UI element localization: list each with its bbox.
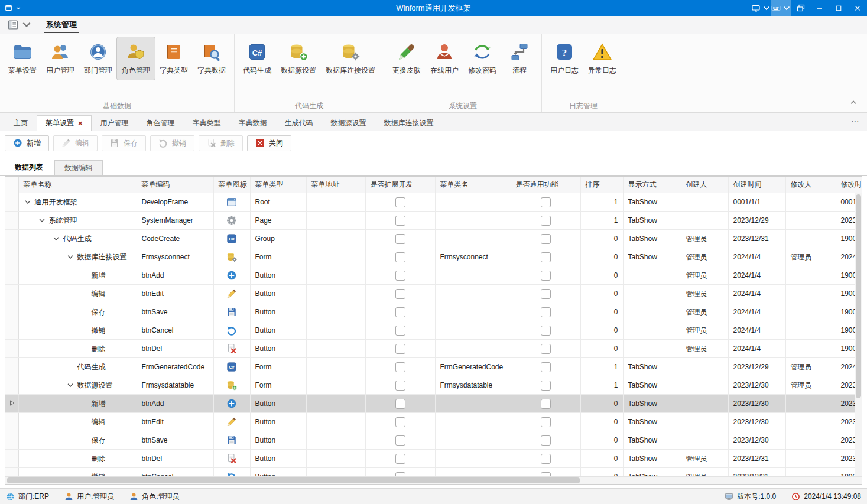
checkbox[interactable] bbox=[395, 234, 405, 244]
vertical-scrollbar[interactable] bbox=[855, 193, 862, 476]
column-header[interactable]: 显示方式 bbox=[623, 177, 681, 193]
column-header[interactable]: 菜单名称 bbox=[18, 177, 137, 193]
checkbox[interactable] bbox=[395, 454, 405, 464]
column-header[interactable]: 修改时间 bbox=[836, 177, 862, 193]
app-icon[interactable] bbox=[5, 4, 12, 12]
checkbox[interactable] bbox=[395, 197, 405, 207]
window-layout-button[interactable] bbox=[791, 0, 810, 16]
undo-button[interactable]: 撤销 bbox=[150, 135, 194, 151]
tree-caret-icon[interactable] bbox=[66, 381, 74, 389]
ribbon-item-dictionary-type[interactable]: 字典类型 bbox=[155, 37, 193, 80]
ribbon-item-error-log[interactable]: 异常日志 bbox=[583, 37, 621, 80]
minimize-button[interactable] bbox=[810, 0, 829, 16]
close-window-button[interactable] bbox=[848, 0, 867, 16]
doc-tab[interactable]: 主页 bbox=[5, 115, 37, 131]
subtab-data-edit[interactable]: 数据编辑 bbox=[54, 160, 103, 175]
ribbon-item-datasource[interactable]: 数据源设置 bbox=[276, 37, 321, 80]
checkbox[interactable] bbox=[541, 289, 551, 299]
ribbon-item-password[interactable]: 修改密码 bbox=[463, 37, 501, 80]
column-header[interactable]: 菜单类名 bbox=[435, 177, 511, 193]
checkbox[interactable] bbox=[541, 307, 551, 317]
table-row[interactable]: 保存btnSaveButton0管理员2024/1/41900/1/1 bbox=[5, 303, 862, 321]
checkbox[interactable] bbox=[541, 417, 551, 427]
checkbox[interactable] bbox=[395, 435, 405, 446]
checkbox[interactable] bbox=[395, 381, 405, 391]
tree-caret-icon[interactable] bbox=[66, 253, 74, 261]
checkbox[interactable] bbox=[541, 252, 551, 262]
checkbox[interactable] bbox=[541, 271, 551, 281]
subtab-data-list[interactable]: 数据列表 bbox=[5, 160, 53, 175]
checkbox[interactable] bbox=[395, 344, 405, 354]
tree-caret-icon[interactable] bbox=[38, 216, 46, 225]
checkbox[interactable] bbox=[541, 326, 551, 336]
table-row[interactable]: 删除btnDelButton0TabShow管理员2023/12/312023/… bbox=[5, 450, 862, 468]
column-header[interactable]: 是否通用功能 bbox=[511, 177, 580, 193]
doc-tab[interactable]: 数据库连接设置 bbox=[375, 115, 443, 131]
checkbox[interactable] bbox=[395, 271, 405, 281]
checkbox[interactable] bbox=[541, 454, 551, 464]
horizontal-scrollbar[interactable] bbox=[5, 476, 862, 484]
checkbox[interactable] bbox=[395, 289, 405, 299]
column-header[interactable]: 修改人 bbox=[785, 177, 836, 193]
table-row[interactable]: 新增btnAddButton0管理员2024/1/41900/1/1 bbox=[5, 266, 862, 285]
doc-tab[interactable]: 数据源设置 bbox=[322, 115, 375, 131]
ribbon-item-csharp[interactable]: C#代码生成 bbox=[238, 37, 276, 80]
table-row[interactable]: 通用开发框架DevelopFrameRoot1TabShow0001/1/100… bbox=[5, 193, 862, 212]
ribbon-item-online-user[interactable]: 在线用户 bbox=[426, 37, 463, 80]
ribbon-item-dictionary-data[interactable]: 字典数据 bbox=[193, 37, 230, 80]
tree-caret-icon[interactable] bbox=[52, 235, 60, 243]
table-row[interactable]: 代码生成CodeCreateC#Group0TabShow管理员2023/12/… bbox=[5, 230, 862, 248]
table-row[interactable]: 新增btnAddButton0TabShow2023/12/302023/12/… bbox=[5, 395, 862, 413]
column-header[interactable]: 菜单地址 bbox=[306, 177, 365, 193]
more-tabs-button[interactable]: ⋯ bbox=[851, 116, 860, 125]
doc-tab[interactable]: 生成代码 bbox=[276, 115, 322, 131]
ribbon-item-users[interactable]: 用户管理 bbox=[41, 37, 79, 80]
ribbon-item-department[interactable]: 部门管理 bbox=[79, 37, 117, 80]
checkbox[interactable] bbox=[541, 234, 551, 244]
ribbon-collapse-button[interactable] bbox=[849, 98, 858, 106]
table-row[interactable]: 编辑btnEditButton0管理员2024/1/41900/1/1 bbox=[5, 285, 862, 303]
checkbox[interactable] bbox=[395, 326, 405, 336]
checkbox[interactable] bbox=[395, 399, 405, 409]
ribbon-item-role[interactable]: 角色管理 bbox=[117, 37, 155, 80]
checkbox[interactable] bbox=[395, 362, 405, 372]
ribbon-item-skin[interactable]: 更换皮肤 bbox=[388, 37, 426, 80]
ribbon-tab-system-manage[interactable]: 系统管理 bbox=[44, 17, 79, 33]
table-row[interactable]: 编辑btnEditButton0TabShow2023/12/302023/12… bbox=[5, 413, 862, 431]
close-tab-icon[interactable]: × bbox=[78, 119, 83, 127]
ribbon-item-user-log[interactable]: ?用户日志 bbox=[545, 37, 583, 80]
add-button[interactable]: 新增 bbox=[5, 135, 49, 151]
app-menu-button[interactable] bbox=[7, 19, 33, 31]
vertical-scrollbar-thumb[interactable] bbox=[856, 194, 861, 398]
checkbox[interactable] bbox=[541, 381, 551, 391]
table-row[interactable]: 代码生成FrmGeneratedCodeC#FormFrmGeneratedCo… bbox=[5, 358, 862, 376]
ribbon-item-folder[interactable]: 菜单设置 bbox=[4, 37, 41, 80]
display-selector-button[interactable] bbox=[751, 0, 771, 16]
column-header[interactable]: 排序 bbox=[580, 177, 623, 193]
quick-access-chevron-icon[interactable] bbox=[15, 5, 21, 11]
doc-tab[interactable]: 字典数据 bbox=[230, 115, 276, 131]
delete-button[interactable]: 删除 bbox=[199, 135, 243, 151]
doc-tab[interactable]: 角色管理 bbox=[138, 115, 184, 131]
checkbox[interactable] bbox=[541, 197, 551, 207]
checkbox[interactable] bbox=[395, 307, 405, 317]
column-header[interactable]: 菜单图标 bbox=[213, 177, 250, 193]
horizontal-scrollbar-thumb[interactable] bbox=[7, 477, 580, 483]
checkbox[interactable] bbox=[395, 216, 405, 226]
table-row[interactable]: 数据源设置FrmsysdatatableFormFrmsysdatatable1… bbox=[5, 376, 862, 395]
table-row[interactable]: 撤销btnCancelButton0管理员2024/1/41900/1/1 bbox=[5, 321, 862, 340]
table-row[interactable]: 保存btnSaveButton0TabShow2023/12/302023/12… bbox=[5, 431, 862, 450]
table-row[interactable]: 数据库连接设置FrmsysconnectFormFrmsysconnect0Ta… bbox=[5, 248, 862, 266]
doc-tab[interactable]: 用户管理 bbox=[92, 115, 138, 131]
ribbon-item-workflow[interactable]: 流程 bbox=[501, 37, 538, 80]
checkbox[interactable] bbox=[395, 417, 405, 427]
checkbox[interactable] bbox=[541, 344, 551, 354]
save-button[interactable]: 保存 bbox=[102, 135, 146, 151]
checkbox[interactable] bbox=[541, 435, 551, 446]
table-row[interactable]: 系统管理SystemManagerPage1TabShow2023/12/292… bbox=[5, 212, 862, 230]
doc-tab[interactable]: 菜单设置× bbox=[37, 115, 92, 131]
checkbox[interactable] bbox=[541, 216, 551, 226]
column-header[interactable]: 创建人 bbox=[681, 177, 728, 193]
doc-tab[interactable]: 字典类型 bbox=[184, 115, 230, 131]
checkbox[interactable] bbox=[541, 362, 551, 372]
